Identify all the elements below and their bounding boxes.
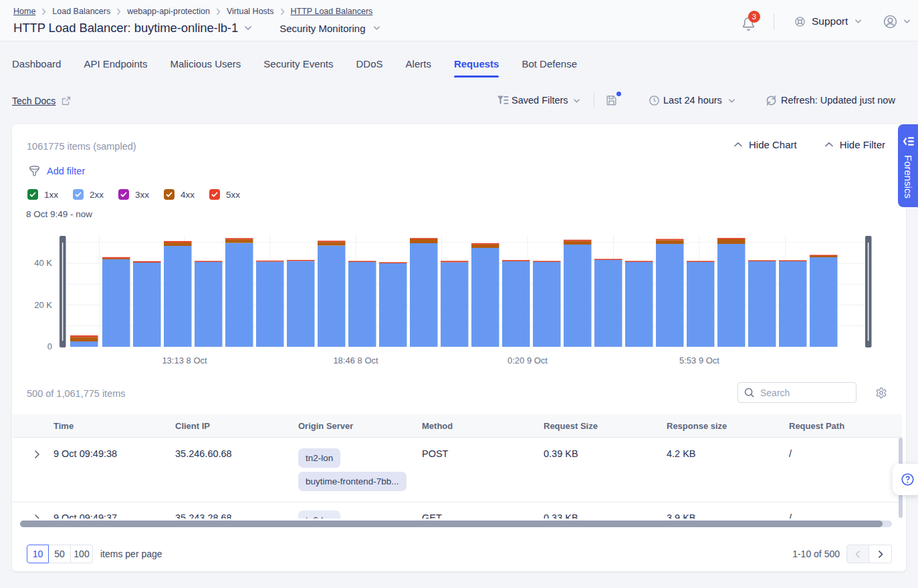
svg-text:0: 0 [47,341,52,351]
svg-text:20 K: 20 K [34,300,52,310]
svg-text:0:20 9 Oct: 0:20 9 Oct [507,355,548,365]
svg-text:18:46 8 Oct: 18:46 8 Oct [333,355,378,365]
svg-text:13:13 8 Oct: 13:13 8 Oct [162,355,207,365]
svg-text:5:53 9 Oct: 5:53 9 Oct [679,355,719,365]
svg-text:40 K: 40 K [34,258,52,268]
